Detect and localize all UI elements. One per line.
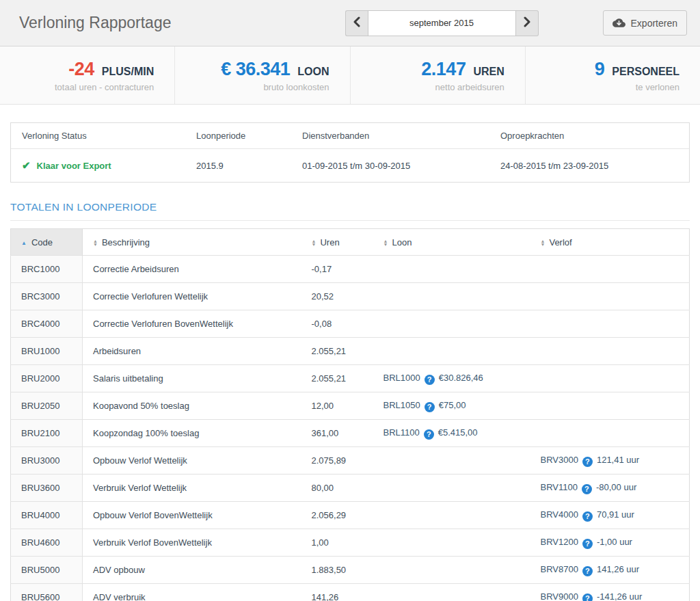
code-cell: BRU5000 — [11, 557, 83, 584]
uren-cell: 1.883,50 — [301, 557, 373, 584]
verlof-cell: BRV8700?141,26 uur — [530, 557, 690, 584]
sort-icon: ▲▼ — [93, 239, 98, 246]
previous-period-button[interactable] — [345, 10, 368, 36]
page-title: Verloning Rapportage — [19, 14, 172, 32]
verlof-value: 70,91 uur — [597, 509, 634, 520]
help-icon[interactable]: ? — [582, 484, 592, 494]
stat-label: UREN — [473, 66, 504, 78]
summary-stats-bar: -24 PLUS/MIN totaal uren - contracturen … — [0, 46, 700, 105]
chevron-left-icon — [353, 16, 361, 30]
sort-icon: ▲▼ — [541, 239, 546, 246]
uren-cell: 1,00 — [301, 529, 373, 557]
code-cell: BRC1000 — [11, 256, 83, 283]
beschrijving-cell: ADV verbruik — [83, 584, 301, 601]
help-icon[interactable]: ? — [582, 457, 593, 467]
help-icon[interactable]: ? — [582, 539, 593, 549]
verlof-cell: BRV1200?-1,00 uur — [530, 529, 690, 557]
help-icon[interactable]: ? — [582, 511, 593, 522]
status-card-row: ✔ Klaar voor Export 2015.9 01-09-2015 t/… — [11, 149, 689, 182]
code-cell: BRU3000 — [11, 447, 83, 475]
table-row: BRU5600ADV verbruik141,26BRV9000?-141,26… — [11, 584, 690, 601]
code-cell: BRU2050 — [11, 392, 83, 420]
table-row: BRU3000Opbouw Verlof Wettelijk2.075,89BR… — [11, 447, 690, 475]
loonperiode-value: 2015.9 — [185, 150, 291, 181]
oproepkrachten-value: 24-08-2015 t/m 23-09-2015 — [489, 150, 689, 181]
stat-value: 9 — [595, 59, 605, 80]
loon-cell — [373, 502, 530, 529]
verlof-value: 121,41 uur — [597, 455, 639, 465]
code-cell: BRU2100 — [11, 420, 83, 447]
next-period-button[interactable] — [516, 10, 539, 36]
verlof-cell: BRV9000?-141,26 uur — [530, 584, 690, 601]
stat-plus-min: -24 PLUS/MIN totaal uren - contracturen — [0, 46, 174, 104]
verlof-cell — [530, 392, 690, 420]
loon-ref-code: BRL1050 — [383, 400, 420, 410]
verlof-value: -80,00 uur — [596, 482, 636, 492]
verlof-ref-code: BRV1200 — [541, 537, 578, 547]
table-row: BRU2100Koopzondag 100% toeslag361,00BRL1… — [11, 420, 690, 447]
sort-icon: ▲▼ — [312, 239, 317, 246]
help-icon[interactable]: ? — [582, 593, 593, 601]
beschrijving-cell: Opbouw Verlof Wettelijk — [83, 447, 301, 475]
table-row: BRU3600Verbruik Verlof Wettelijk80,00BRV… — [11, 475, 690, 502]
beschrijving-cell: Verbruik Verlof BovenWettelijk — [83, 529, 301, 557]
verlof-value: 141,26 uur — [597, 564, 639, 574]
column-header-loon[interactable]: ▲▼Loon — [373, 229, 530, 256]
verlof-ref-code: BRV3000 — [541, 455, 578, 465]
column-header-verlof[interactable]: ▲▼Verlof — [530, 229, 690, 256]
stat-personeel: 9 PERSONEEL te verlonen — [525, 46, 700, 104]
verlof-ref-code: BRV8700 — [541, 564, 578, 574]
stat-label: LOON — [297, 66, 329, 78]
help-icon[interactable]: ? — [424, 429, 434, 440]
uren-cell: 2.055,21 — [301, 338, 373, 365]
column-header-beschrijving[interactable]: ▲▼Beschrijving — [83, 229, 301, 256]
status-badge: ✔ Klaar voor Export — [11, 149, 185, 182]
check-icon: ✔ — [22, 159, 31, 172]
stat-value: 2.147 — [421, 59, 466, 80]
uren-cell: 2.056,29 — [301, 502, 373, 529]
code-cell: BRU5600 — [11, 584, 83, 601]
help-icon[interactable]: ? — [425, 402, 435, 412]
verlof-value: -1,00 uur — [597, 537, 632, 547]
stat-subtitle: te verlonen — [636, 82, 679, 92]
code-cell: BRU1000 — [11, 338, 83, 365]
beschrijving-cell: ADV opbouw — [83, 557, 301, 584]
loon-cell — [373, 256, 530, 283]
table-row: BRC4000Correctie Verlofuren BovenWetteli… — [11, 310, 690, 338]
verlof-cell: BRV4000?70,91 uur — [530, 502, 690, 529]
current-period-display[interactable]: september 2015 — [368, 10, 516, 36]
loon-cell — [373, 529, 530, 557]
beschrijving-cell: Verbruik Verlof Wettelijk — [83, 475, 301, 502]
sort-ascending-icon: ▲ — [21, 240, 27, 246]
loon-cell — [373, 338, 530, 365]
page-content: Verloning Status Loonperiode Dienstverba… — [0, 122, 700, 601]
loon-value: €5.415,00 — [438, 427, 478, 438]
verlof-ref-code: BRV4000 — [541, 509, 578, 520]
column-header-uren[interactable]: ▲▼Uren — [301, 229, 373, 256]
help-icon[interactable]: ? — [582, 566, 593, 576]
status-header-dienstverbanden: Dienstverbanden — [291, 123, 489, 148]
stat-subtitle: netto arbeidsuren — [435, 82, 504, 92]
status-text: Klaar voor Export — [37, 161, 111, 171]
loon-cell — [373, 584, 530, 601]
loon-value: €75,00 — [439, 400, 466, 410]
table-row: BRU4600Verbruik Verlof BovenWettelijk1,0… — [11, 529, 690, 557]
uren-cell: 141,26 — [301, 584, 373, 601]
loon-cell — [373, 475, 530, 502]
dienstverbanden-value: 01-09-2015 t/m 30-09-2015 — [291, 150, 489, 181]
export-button[interactable]: Exporteren — [603, 10, 687, 36]
uren-cell: 2.075,89 — [301, 447, 373, 475]
column-header-code[interactable]: ▲Code — [11, 229, 83, 256]
verlof-value: -141,26 uur — [597, 591, 643, 601]
app-header: Verloning Rapportage september 2015 Expo… — [0, 0, 700, 46]
stat-label: PERSONEEL — [612, 66, 679, 78]
totals-table-header-row: ▲Code ▲▼Beschrijving ▲▼Uren ▲▼Loon ▲▼Ver… — [11, 229, 690, 256]
uren-cell: 80,00 — [301, 475, 373, 502]
verlof-ref-code: BRV1100 — [541, 482, 578, 492]
table-row: BRC1000Correctie Arbeidsuren-0,17 — [11, 256, 690, 283]
loon-cell — [373, 310, 530, 338]
code-cell: BRC3000 — [11, 283, 83, 310]
stat-value: € 36.341 — [221, 59, 290, 80]
code-cell: BRU2000 — [11, 365, 83, 392]
help-icon[interactable]: ? — [425, 375, 435, 385]
